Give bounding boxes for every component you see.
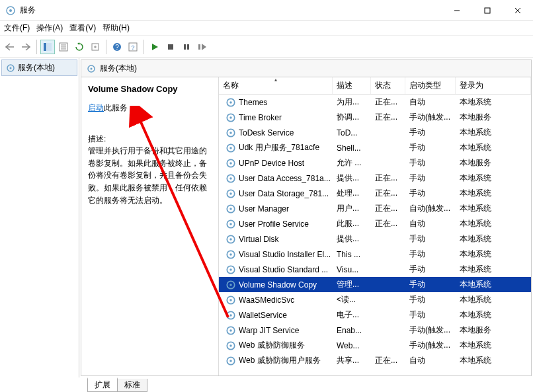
help-button[interactable]: ? bbox=[110, 40, 124, 54]
svg-text:?: ? bbox=[115, 44, 119, 51]
menu-help[interactable]: 帮助(H) bbox=[102, 22, 130, 34]
gear-icon bbox=[87, 64, 96, 73]
start-service-link[interactable]: 启动 bbox=[88, 103, 104, 112]
service-row[interactable]: Web 威胁防御用户服务共享...正在...自动本地系统 bbox=[219, 353, 531, 368]
pause-service-button[interactable] bbox=[179, 40, 194, 54]
show-hide-tree-button[interactable] bbox=[40, 40, 55, 54]
tab-extended[interactable]: 扩展 bbox=[87, 377, 118, 392]
service-status-cell: 正在... bbox=[371, 97, 405, 108]
service-start-cell: 手动 bbox=[405, 249, 456, 260]
service-start-cell: 自动(触发... bbox=[405, 203, 456, 214]
service-row[interactable]: WaaSMedicSvc<读...手动本地系统 bbox=[219, 292, 531, 307]
col-start-type[interactable]: 启动类型 bbox=[405, 77, 456, 94]
service-name-cell: Visual Studio Standard ... bbox=[219, 264, 333, 275]
svg-point-38 bbox=[229, 192, 231, 194]
service-desc-cell: ToD... bbox=[333, 128, 371, 137]
start-service-button[interactable] bbox=[147, 40, 162, 54]
restart-service-button[interactable] bbox=[195, 40, 210, 54]
service-desc-cell: 提供... bbox=[333, 173, 371, 184]
service-logon-cell: 本地系统 bbox=[456, 203, 531, 214]
left-nav-tree: 服务(本地) bbox=[0, 58, 79, 377]
service-name-cell: WaaSMedicSvc bbox=[219, 295, 333, 305]
minimize-button[interactable] bbox=[442, 0, 472, 21]
service-row[interactable]: ToDesk ServiceToD...手动本地系统 bbox=[219, 125, 531, 140]
refresh-button[interactable] bbox=[72, 40, 87, 54]
service-start-cell: 手动(触发... bbox=[405, 340, 456, 351]
menu-view[interactable]: 查看(V) bbox=[69, 22, 96, 34]
service-status-cell: 正在... bbox=[371, 218, 405, 229]
col-logon[interactable]: 登录为 bbox=[456, 77, 531, 94]
service-row[interactable]: User Profile Service此服...正在...自动本地系统 bbox=[219, 216, 531, 231]
service-desc-cell: 允许 ... bbox=[333, 157, 371, 169]
nav-services-local[interactable]: 服务(本地) bbox=[1, 59, 77, 76]
svg-point-28 bbox=[229, 116, 231, 118]
svg-rect-6 bbox=[44, 43, 46, 51]
service-row[interactable]: Time Broker协调...正在...手动(触发...本地服务 bbox=[219, 110, 531, 125]
service-logon-cell: 本地系统 bbox=[456, 97, 531, 108]
service-row[interactable]: Visual Studio Standard ...Visu...手动本地系统 bbox=[219, 262, 531, 277]
services-list[interactable]: 名称▴ 描述 状态 启动类型 登录为 Themes为用...正在...自动本地系… bbox=[219, 77, 531, 375]
tab-standard[interactable]: 标准 bbox=[117, 379, 147, 392]
service-logon-cell: 本地系统 bbox=[456, 294, 531, 305]
maximize-button[interactable] bbox=[472, 0, 503, 21]
menu-action[interactable]: 操作(A) bbox=[36, 22, 63, 34]
service-name-cell: Themes bbox=[219, 97, 333, 108]
service-row[interactable]: Virtual Disk提供...手动本地系统 bbox=[219, 231, 531, 247]
service-row[interactable]: UPnP Device Host允许 ...手动本地服务 bbox=[219, 155, 531, 171]
svg-rect-20 bbox=[198, 44, 200, 50]
service-logon-cell: 本地系统 bbox=[456, 142, 531, 153]
service-desc-cell: 协调... bbox=[333, 112, 371, 123]
stop-service-button[interactable] bbox=[163, 40, 178, 54]
service-status-cell: 正在... bbox=[371, 112, 405, 123]
svg-point-36 bbox=[229, 177, 231, 179]
service-start-cell: 自动 bbox=[405, 218, 456, 229]
service-logon-cell: 本地系统 bbox=[456, 264, 531, 275]
col-name[interactable]: 名称▴ bbox=[219, 77, 333, 94]
service-row[interactable]: Visual Studio Installer El...This ...手动本… bbox=[219, 247, 531, 262]
start-service-line: 启动此服务 bbox=[88, 102, 212, 114]
menu-file[interactable]: 文件(F) bbox=[4, 22, 30, 34]
col-desc[interactable]: 描述 bbox=[333, 77, 371, 94]
service-start-cell: 手动 bbox=[405, 233, 456, 245]
close-button[interactable] bbox=[503, 0, 533, 21]
col-status[interactable]: 状态 bbox=[371, 77, 405, 94]
svg-point-32 bbox=[229, 147, 231, 149]
service-name-cell: Visual Studio Installer El... bbox=[219, 249, 333, 260]
svg-point-60 bbox=[229, 360, 231, 362]
properties-button[interactable] bbox=[56, 40, 71, 54]
service-row[interactable]: Warp JIT ServiceEnab...手动(触发...本地服务 bbox=[219, 323, 531, 338]
service-row[interactable]: User Data Access_781a...提供...正在...手动本地系统 bbox=[219, 171, 531, 186]
service-row[interactable]: WalletService电子...手动本地系统 bbox=[219, 307, 531, 323]
service-row[interactable]: Themes为用...正在...自动本地系统 bbox=[219, 95, 531, 110]
service-name-cell: WalletService bbox=[219, 310, 333, 321]
service-start-cell: 手动 bbox=[405, 264, 456, 275]
svg-point-46 bbox=[229, 253, 231, 255]
service-row[interactable]: User Data Storage_781...处理...正在...手动本地系统 bbox=[219, 186, 531, 201]
detail-pane: Volume Shadow Copy 启动此服务 描述: 管理并执行用于备份和其… bbox=[81, 77, 219, 375]
service-desc-cell: Visu... bbox=[333, 265, 371, 274]
service-start-cell: 手动 bbox=[405, 157, 456, 169]
service-start-cell: 自动 bbox=[405, 355, 456, 366]
column-headers: 名称▴ 描述 状态 启动类型 登录为 bbox=[219, 77, 531, 95]
service-logon-cell: 本地系统 bbox=[456, 279, 531, 290]
svg-point-26 bbox=[229, 101, 231, 103]
service-row[interactable]: User Manager用户...正在...自动(触发...本地系统 bbox=[219, 201, 531, 216]
service-desc-cell: <读... bbox=[333, 294, 371, 305]
forward-button[interactable] bbox=[19, 40, 33, 54]
export-button[interactable] bbox=[88, 40, 102, 54]
svg-point-44 bbox=[229, 238, 231, 240]
toolbar: ? ? bbox=[0, 36, 533, 58]
help-button-2[interactable]: ? bbox=[126, 40, 140, 54]
back-button[interactable] bbox=[3, 40, 17, 54]
sort-indicator-icon: ▴ bbox=[274, 77, 277, 83]
service-logon-cell: 本地服务 bbox=[456, 157, 531, 169]
service-status-cell: 正在... bbox=[371, 188, 405, 199]
svg-point-48 bbox=[229, 268, 231, 270]
service-logon-cell: 本地服务 bbox=[456, 112, 531, 123]
svg-rect-19 bbox=[187, 44, 189, 50]
service-row[interactable]: Udk 用户服务_781acfeShell...手动本地系统 bbox=[219, 140, 531, 155]
service-row[interactable]: Web 威胁防御服务Web...手动(触发...本地系统 bbox=[219, 338, 531, 353]
service-name-cell: Warp JIT Service bbox=[219, 325, 333, 336]
service-start-cell: 手动 bbox=[405, 142, 456, 153]
service-row[interactable]: Volume Shadow Copy管理...手动本地系统 bbox=[219, 277, 531, 292]
